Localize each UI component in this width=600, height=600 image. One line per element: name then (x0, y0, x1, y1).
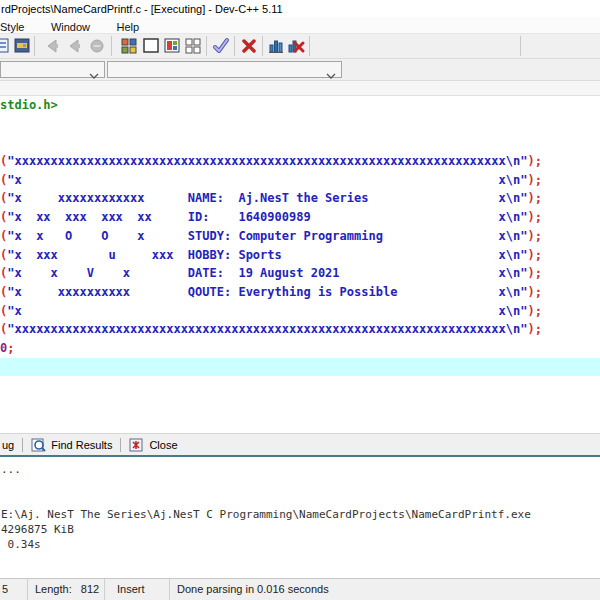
tab-find-results[interactable]: Find Results (23, 434, 120, 456)
doc-stripes-icon[interactable] (0, 36, 12, 56)
log-lines: ...E:\Aj. NesT The Series\Aj.NesT C Prog… (0, 462, 600, 552)
tab-find-results-label: Find Results (51, 439, 112, 451)
log-line (0, 492, 600, 507)
code-line: ("x xx xxx xxx xx ID: 1640900989 x\n"); (0, 208, 600, 227)
code-line: 0; (0, 339, 600, 358)
report-icon[interactable] (162, 36, 182, 56)
status-message: Done parsing in 0.016 seconds (170, 579, 600, 600)
toolbar-separator (34, 36, 35, 56)
syntax-check-icon[interactable] (211, 36, 231, 56)
status-position: 5 (0, 579, 28, 600)
profile-icon[interactable] (266, 36, 286, 56)
bottom-panel-tabs: ug Find Results Close (0, 433, 600, 455)
code-line: ("x x\n"); (0, 302, 600, 321)
class-combo[interactable] (0, 61, 105, 78)
toolbar-separator (206, 36, 207, 56)
code-line: ("xxxxxxxxxxxxxxxxxxxxxxxxxxxxxxxxxxxxxx… (0, 320, 600, 339)
code-line: ("x x V x DATE: 19 August 2021 x\n"); (0, 264, 600, 283)
tab-close[interactable]: Close (121, 434, 185, 456)
code-line: ("xxxxxxxxxxxxxxxxxxxxxxxxxxxxxxxxxxxxxx… (0, 152, 600, 171)
find-results-icon (31, 438, 46, 452)
project-grid-icon[interactable] (119, 36, 139, 56)
window-icon[interactable] (141, 36, 161, 56)
log-line: ... (0, 462, 600, 477)
tab-debug[interactable]: ug (0, 434, 22, 456)
classbrowser-toolbar (0, 58, 600, 80)
log-line: 0.34s (0, 537, 600, 552)
log-line (0, 477, 600, 492)
compile-icon-disabled[interactable] (42, 36, 62, 56)
tab-debug-label: ug (2, 439, 14, 451)
menu-bar: Style Window Help (0, 17, 600, 33)
run-icon-disabled[interactable] (64, 36, 84, 56)
log-line: 4296875 KiB (0, 522, 600, 537)
menu-item-help[interactable]: Help (117, 19, 140, 33)
log-line: E:\Aj. NesT The Series\Aj.NesT C Program… (0, 507, 600, 522)
toolbar-separator (262, 36, 263, 56)
menu-item-window[interactable]: Window (51, 19, 90, 33)
member-combo[interactable] (107, 61, 342, 78)
code-editor[interactable]: stdio.h>("xxxxxxxxxxxxxxxxxxxxxxxxxxxxxx… (0, 96, 600, 433)
code-line: ("x x\n"); (0, 171, 600, 190)
toolbar-separator (234, 36, 235, 56)
toolbar-separator (309, 36, 310, 56)
windows-grid-icon[interactable] (183, 36, 203, 56)
window-title: rdProjects\NameCardPrintf.c - [Executing… (1, 3, 283, 15)
code-line: ("x x O O x STUDY: Computer Programming … (0, 227, 600, 246)
devcpp-window: rdProjects\NameCardPrintf.c - [Executing… (0, 0, 600, 600)
toolbar-separator (111, 36, 112, 56)
status-insert-mode: Insert (105, 579, 170, 600)
abort-icon[interactable] (239, 36, 259, 56)
toolbar-separator (520, 36, 521, 56)
code-line: stdio.h> (0, 96, 600, 115)
stop-icon-disabled[interactable] (87, 36, 107, 56)
compile-log: ...E:\Aj. NesT The Series\Aj.NesT C Prog… (0, 455, 600, 578)
save-icon[interactable] (12, 36, 32, 56)
title-bar: rdProjects\NameCardPrintf.c - [Executing… (0, 0, 600, 17)
code-line (0, 133, 600, 152)
status-bar: 5 Length: 812 Insert Done parsing in 0.0… (0, 578, 600, 600)
close-tab-icon (129, 438, 144, 452)
code-line: ("x xxxxxxxxxxxx NAME: Aj.NesT the Serie… (0, 189, 600, 208)
tab-close-label: Close (149, 439, 177, 451)
menu-item-style[interactable]: Style (0, 19, 24, 33)
editor-tab-strip (0, 80, 600, 96)
code-line (0, 115, 600, 134)
delete-profile-icon[interactable] (286, 36, 306, 56)
main-toolbar: TDM-GCC 4.9.2 64-bit Release (0, 33, 600, 58)
code-line: ("x xxxxxxxxxx QOUTE: Everything is Poss… (0, 283, 600, 302)
code-lines: stdio.h>("xxxxxxxxxxxxxxxxxxxxxxxxxxxxxx… (0, 96, 600, 376)
current-line-highlight (0, 358, 600, 377)
code-line: ("x xxx u xxx HOBBY: Sports x\n"); (0, 246, 600, 265)
status-length: Length: 812 (28, 579, 105, 600)
